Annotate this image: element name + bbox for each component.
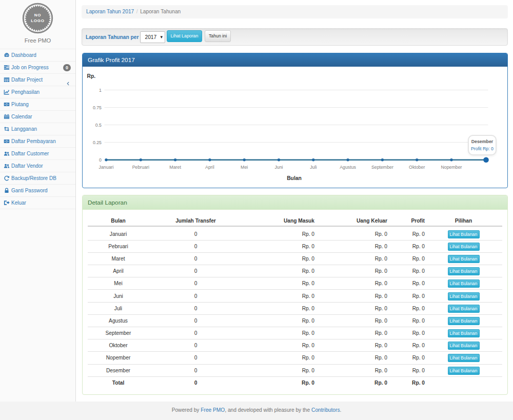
svg-text:Juni: Juni [274,165,283,170]
svg-text:0.5: 0.5 [95,123,102,128]
svg-text:0.25: 0.25 [93,140,102,145]
svg-text:NO: NO [34,13,42,17]
svg-text:Januari: Januari [99,165,114,170]
svg-text:Oktober: Oktober [409,165,425,170]
svg-text:Pebruari: Pebruari [132,165,149,170]
svg-text:Juli: Juli [310,165,317,170]
svg-text:April: April [205,165,214,170]
svg-text:Bulan: Bulan [287,175,302,181]
svg-text:Maret: Maret [169,165,181,170]
svg-text:Rp.: Rp. [87,73,96,79]
svg-text:1: 1 [99,88,102,93]
svg-text:Mei: Mei [241,165,248,170]
svg-text:0: 0 [99,157,102,163]
svg-text:LOGO: LOGO [31,18,45,23]
svg-text:Nopember: Nopember [441,165,462,170]
svg-text:Agustus: Agustus [340,165,356,170]
svg-text:0.75: 0.75 [93,105,102,110]
svg-text:September: September [371,165,393,170]
